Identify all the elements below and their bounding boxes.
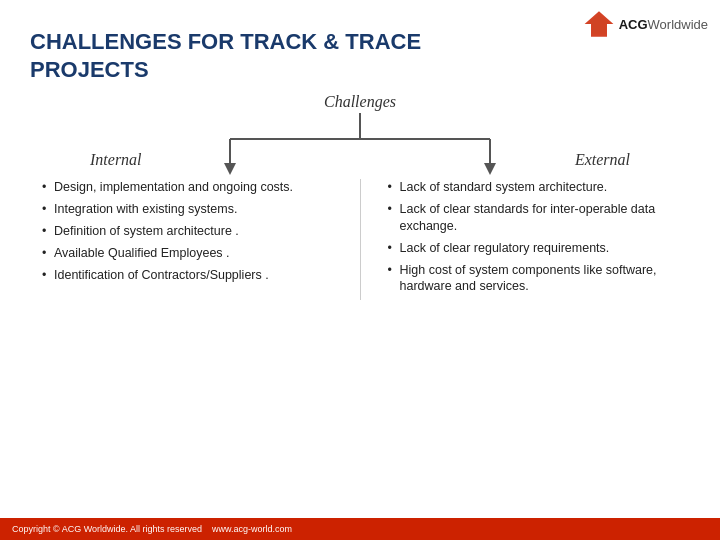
list-item: Identification of Contractors/Suppliers … xyxy=(40,267,335,284)
challenges-root-label: Challenges xyxy=(324,93,396,111)
column-headers: Internal External xyxy=(30,151,690,169)
title-line2: PROJECTS xyxy=(30,56,690,84)
logo-acg: ACG xyxy=(619,17,648,32)
logo-text: ACGWorldwide xyxy=(619,15,708,33)
internal-list: Design, implementation and ongoing costs… xyxy=(40,179,335,283)
internal-column: Design, implementation and ongoing costs… xyxy=(40,179,355,300)
acg-logo-icon xyxy=(583,8,615,40)
footer-copyright: Copyright © ACG Worldwide. All rights re… xyxy=(12,524,292,534)
column-divider xyxy=(360,179,361,300)
external-column: Lack of standard system architecture. La… xyxy=(366,179,681,300)
footer-bar: Copyright © ACG Worldwide. All rights re… xyxy=(0,518,720,540)
logo-worldwide: Worldwide xyxy=(648,17,708,32)
logo-area: ACGWorldwide xyxy=(583,8,708,40)
external-label: External xyxy=(575,151,630,168)
list-item: Integration with existing systems. xyxy=(40,201,335,218)
list-item: Lack of clear standards for inter-operab… xyxy=(386,201,681,235)
internal-label: Internal xyxy=(90,151,142,168)
list-item: Design, implementation and ongoing costs… xyxy=(40,179,335,196)
external-list: Lack of standard system architecture. La… xyxy=(386,179,681,295)
content-columns: Design, implementation and ongoing costs… xyxy=(30,179,690,300)
list-item: High cost of system components like soft… xyxy=(386,262,681,296)
list-item: Lack of clear regulatory requirements. xyxy=(386,240,681,257)
tree-diagram-svg xyxy=(130,111,590,181)
list-item: Available Qualified Employees . xyxy=(40,245,335,262)
list-item: Lack of standard system architecture. xyxy=(386,179,681,196)
list-item: Definition of system architecture . xyxy=(40,223,335,240)
page: ACGWorldwide CHALLENGES FOR TRACK & TRAC… xyxy=(0,0,720,540)
